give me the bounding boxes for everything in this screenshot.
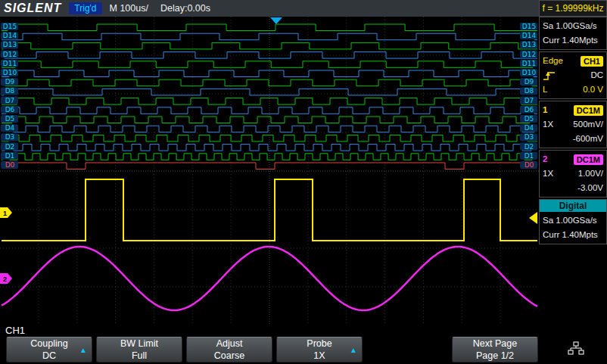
softkey-value: DC <box>42 350 56 362</box>
digital-trace-d2 <box>2 145 537 151</box>
digital-channel-label-d14: D14 <box>3 32 17 39</box>
memory-depth: Curr 1.40Mpts <box>543 34 598 47</box>
channel2-panel: 2 DC1M 1X 1.00V/ -3.00V <box>539 150 607 198</box>
digital-channel-label-d7: D7 <box>5 97 15 104</box>
digital-channel-label-d12: D12 <box>3 51 17 58</box>
ch2-scale: 1.00V/ <box>578 167 603 180</box>
digital-channel-label-d5: D5 <box>525 115 534 123</box>
ch1-number: 1 <box>543 104 547 117</box>
timebase-readout: M 100us/ <box>110 3 148 14</box>
digital-channel-label-d13: D13 <box>3 41 17 48</box>
up-arrow-icon: ▲ <box>79 345 87 355</box>
digital-channel-label-d2: D2 <box>525 143 534 151</box>
digital-sample-rate: Sa 1.00GSa/s <box>543 214 597 227</box>
digital-trace-d6 <box>2 107 537 114</box>
digital-channel-label-d5: D5 <box>5 115 15 123</box>
lan-network-icon <box>568 341 584 355</box>
digital-channel-label-d14: D14 <box>522 32 537 39</box>
ch1-marker-label: 1 <box>3 210 7 217</box>
ch1-offset: -600mV <box>573 132 603 145</box>
top-status-bar: SIGLENT Trig'd M 100us/ Delay:0.00s f = … <box>0 0 607 17</box>
digital-channel-label-d7: D7 <box>525 97 534 104</box>
digital-trace-d5 <box>2 117 537 123</box>
softkey-next-page[interactable]: Next Page Page 1/2 ▲ <box>452 337 538 362</box>
waveform-display: D15D15D14D14D13D13D12D12D11D11D10D10D9D9… <box>0 17 539 325</box>
digital-channel-label-d3: D3 <box>525 133 534 141</box>
softkey-label: Next Page <box>473 338 517 350</box>
softkey-value: Full <box>132 350 147 362</box>
ch1-coupling-badge: DC1M <box>574 105 603 116</box>
channel1-panel: 1 DC1M 1X 500mV/ -600mV <box>539 101 607 148</box>
digital-trace-d0 <box>2 163 537 170</box>
trigger-level-label: L <box>543 83 547 96</box>
softkey-value: 1X <box>313 350 325 362</box>
oscilloscope-screen: SIGLENT Trig'd M 100us/ Delay:0.00s f = … <box>0 0 607 364</box>
digital-channel-label-d8: D8 <box>5 87 15 95</box>
acquisition-panel: Sa 1.00GSa/s Curr 1.40Mpts <box>539 17 607 50</box>
digital-channel-label-d12: D12 <box>522 51 536 58</box>
digital-channel-label-d9: D9 <box>5 78 15 86</box>
digital-channel-label-d2: D2 <box>5 143 15 151</box>
digital-channel-label-d13: D13 <box>522 41 536 48</box>
softkey-bw-limit[interactable]: BW Limit Full ▲ <box>96 337 182 362</box>
trigger-panel: Edge CH1 DC L 0.0 V <box>539 51 607 99</box>
trigger-status-badge: Trig'd <box>69 2 101 14</box>
digital-channel-label-d3: D3 <box>5 133 15 141</box>
trigger-position-marker[interactable] <box>270 17 282 24</box>
softkey-label: Adjust <box>216 338 243 350</box>
digital-channel-label-d6: D6 <box>5 106 15 114</box>
digital-channel-label-d0: D0 <box>525 161 534 169</box>
digital-channel-label-d0: D0 <box>5 161 15 169</box>
digital-channel-label-d11: D11 <box>522 60 536 67</box>
digital-trace-d4 <box>2 126 537 132</box>
up-arrow-icon: ▲ <box>350 345 357 355</box>
ch2-offset: -3.00V <box>577 182 603 194</box>
digital-channel-label-d11: D11 <box>3 60 17 67</box>
trigger-level-value: 0.0 V <box>583 83 603 96</box>
trigger-source-badge: CH1 <box>581 56 603 67</box>
digital-trace-d1 <box>2 154 537 160</box>
status-sidebar: Sa 1.00GSa/s Curr 1.40Mpts Edge CH1 DC L… <box>539 17 607 325</box>
softkey-value: Page 1/2 <box>476 350 514 362</box>
digital-trace-d3 <box>2 135 537 142</box>
digital-channel-label-d8: D8 <box>525 87 534 95</box>
digital-channel-label-d15: D15 <box>3 23 17 30</box>
softkey-coupling[interactable]: Coupling DC ▲ <box>6 337 92 362</box>
digital-trace-d13 <box>2 42 537 49</box>
softkey-value: Coarse <box>214 350 244 362</box>
softkey-label: Coupling <box>30 338 67 350</box>
digital-panel: Digital Sa 1.00GSa/s Curr 1.40Mpts <box>539 199 607 244</box>
digital-channel-label-d10: D10 <box>522 69 537 76</box>
softkey-probe[interactable]: Probe 1X ▲ <box>276 337 363 362</box>
rising-edge-icon <box>543 70 556 81</box>
softkey-label: Probe <box>307 338 332 350</box>
digital-channel-label-d6: D6 <box>525 106 534 114</box>
digital-trace-d14 <box>2 33 537 40</box>
softkey-adjust[interactable]: Adjust Coarse ▲ <box>186 337 272 362</box>
siglent-logo: SIGLENT <box>0 2 69 15</box>
frequency-counter: f = 1.99999kHz <box>539 0 607 17</box>
delay-readout: Delay:0.00s <box>160 3 210 14</box>
softkey-label: BW Limit <box>120 338 158 350</box>
trigger-coupling: DC <box>590 69 603 82</box>
ch1-scale: 500mV/ <box>573 118 603 131</box>
digital-trace-d15 <box>2 24 537 31</box>
menu-title: CH1 <box>5 325 25 336</box>
trigger-level-marker[interactable] <box>529 212 537 224</box>
ch2-probe: 1X <box>543 167 553 180</box>
digital-panel-title: Digital <box>540 200 606 212</box>
digital-channel-label-d9: D9 <box>525 78 534 86</box>
digital-channel-label-d4: D4 <box>5 124 15 132</box>
digital-channel-label-d1: D1 <box>5 152 15 160</box>
softkey-menu-bar: Coupling DC ▲ BW Limit Full ▲ Adjust Coa… <box>0 335 607 364</box>
trigger-type: Edge <box>543 54 563 67</box>
digital-channel-label-d15: D15 <box>522 23 536 30</box>
digital-memory-depth: Curr 1.40Mpts <box>543 229 598 241</box>
waveform-area: D15D15D14D14D13D13D12D12D11D11D10D10D9D9… <box>0 17 539 325</box>
digital-channel-label-d10: D10 <box>3 69 17 76</box>
ch2-coupling-badge: DC1M <box>574 154 603 165</box>
ch1-probe: 1X <box>543 118 553 131</box>
digital-channel-label-d4: D4 <box>525 124 534 132</box>
ch2-marker-label: 2 <box>3 275 7 283</box>
sample-rate: Sa 1.00GSa/s <box>543 20 597 33</box>
